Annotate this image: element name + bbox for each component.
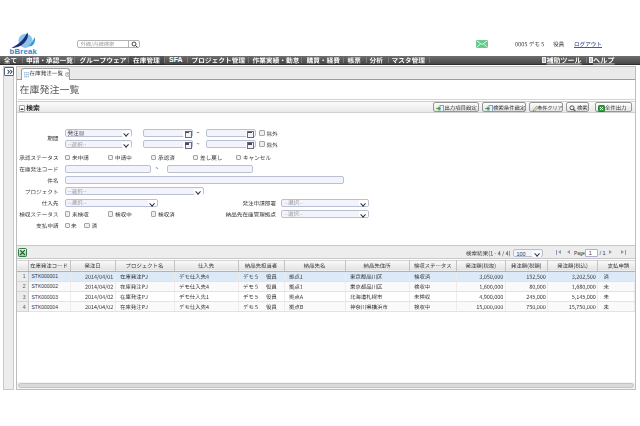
- svg-text:bBreak: bBreak: [10, 47, 38, 56]
